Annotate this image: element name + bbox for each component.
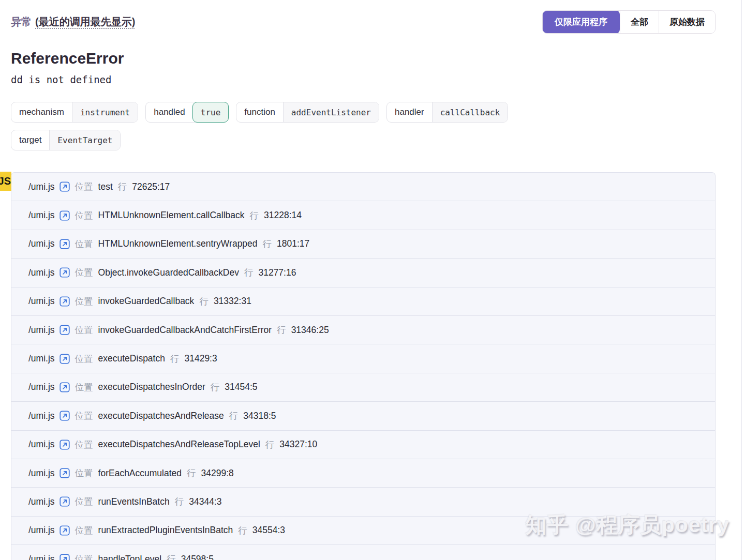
tag-key: function (236, 102, 283, 122)
tag-pill[interactable]: handled true (145, 102, 229, 123)
frame-function: HTMLUnknownElement.callCallback (98, 210, 245, 221)
frame-function: executeDispatchesAndRelease (98, 411, 224, 421)
tag-list: mechanism instrument handled true functi… (11, 102, 606, 150)
stack-frame-row[interactable]: /umi.js 位置 executeDispatchesAndRelease 行… (11, 402, 715, 430)
external-link-icon[interactable] (59, 411, 70, 421)
external-link-icon[interactable] (59, 239, 70, 249)
stack-frame-row[interactable]: /umi.js 位置 executeDispatchesInOrder 行 31… (11, 373, 715, 402)
stack-trace-section: JS /umi.js 位置 test 行 72625:17 (11, 172, 716, 560)
stack-frame-row[interactable]: /umi.js 位置 invokeGuardedCallback 行 31332… (11, 287, 715, 316)
frame-line-label: 行 (170, 353, 180, 365)
frame-function: runEventsInBatch (98, 496, 170, 507)
external-link-icon[interactable] (59, 382, 70, 392)
tag-pill[interactable]: target EventTarget (11, 130, 121, 150)
section-title-text: 异常 (11, 15, 32, 29)
frame-line-number: 31346:25 (291, 325, 329, 336)
frame-line-label: 行 (277, 324, 286, 336)
frame-location-label: 位置 (75, 353, 93, 365)
platform-js-badge: JS (0, 172, 11, 191)
frame-line-number: 34327:10 (279, 439, 317, 450)
tag-key: handler (387, 102, 432, 122)
view-toggle-button[interactable]: 全部 (620, 11, 659, 33)
frame-module: /umi.js (28, 496, 55, 507)
frame-module: /umi.js (28, 296, 55, 307)
frame-function: forEachAccumulated (98, 468, 182, 479)
stack-frame-row[interactable]: /umi.js 位置 invokeGuardedCallbackAndCatch… (11, 316, 715, 344)
error-type-title: ReferenceError (11, 50, 716, 67)
external-link-icon[interactable] (59, 496, 70, 507)
frame-location-label: 位置 (75, 438, 93, 451)
frame-line-label: 行 (250, 209, 259, 222)
frame-line-number: 31454:5 (225, 382, 257, 392)
tag-key: mechanism (11, 102, 72, 122)
frame-line-label: 行 (118, 180, 127, 193)
frame-function: invokeGuardedCallbackAndCatchFirstError (98, 325, 272, 336)
frame-location-label: 位置 (75, 410, 93, 422)
tag-pill[interactable]: handler callCallback (386, 102, 508, 123)
tag-value: true (192, 102, 229, 123)
frame-line-number: 72625:17 (132, 181, 170, 192)
stack-frame-row[interactable]: /umi.js 位置 HTMLUnknownElement.callCallba… (11, 201, 715, 230)
tag-value: addEventListener (283, 102, 379, 122)
frame-line-number: 34318:5 (243, 411, 276, 421)
external-link-icon[interactable] (59, 468, 70, 478)
stack-frame-row[interactable]: /umi.js 位置 test 行 72625:17 (11, 173, 715, 201)
view-toggle-group: 仅限应用程序 全部 原始数据 (542, 10, 716, 34)
stack-frame-row[interactable]: /umi.js 位置 executeDispatch 行 31429:3 (11, 344, 715, 373)
frame-location-label: 位置 (75, 381, 93, 393)
frame-line-label: 行 (199, 295, 208, 308)
stack-trace-list: /umi.js 位置 test 行 72625:17 /umi.js (11, 172, 716, 560)
external-link-icon[interactable] (59, 525, 70, 536)
tag-value: callCallback (432, 102, 508, 122)
frame-module: /umi.js (28, 554, 55, 560)
frame-line-label: 行 (229, 410, 239, 422)
view-toggle-button[interactable]: 仅限应用程序 (542, 10, 620, 34)
frame-line-label: 行 (244, 266, 254, 279)
frame-line-number: 31332:31 (214, 296, 251, 307)
tag-value: instrument (72, 102, 138, 122)
frame-module: /umi.js (28, 439, 55, 450)
stack-frame-row[interactable]: /umi.js 位置 executeDispatchesAndReleaseTo… (11, 431, 715, 459)
frame-location-label: 位置 (75, 324, 93, 336)
frame-module: /umi.js (28, 267, 55, 278)
frame-module: /umi.js (28, 411, 55, 421)
stack-frame-row[interactable]: /umi.js 位置 Object.invokeGuardedCallbackD… (11, 259, 715, 287)
exception-panel: 异常 (最近的调用最先显示) 仅限应用程序 全部 原始数据 ReferenceE… (11, 0, 716, 560)
frame-function: handleTopLevel (98, 554, 162, 560)
frame-line-label: 行 (265, 438, 275, 451)
frame-function: invokeGuardedCallback (98, 296, 195, 307)
frame-location-label: 位置 (75, 266, 93, 279)
frame-function: executeDispatchesAndReleaseTopLevel (98, 439, 260, 450)
external-link-icon[interactable] (59, 296, 70, 307)
frame-location-label: 位置 (75, 238, 93, 250)
tag-pill[interactable]: function addEventListener (236, 102, 379, 123)
tag-pill[interactable]: mechanism instrument (11, 102, 138, 123)
view-toggle-button[interactable]: 原始数据 (659, 11, 715, 33)
frame-module: /umi.js (28, 382, 55, 392)
section-title-subtext[interactable]: (最近的调用最先显示) (35, 15, 135, 29)
frame-module: /umi.js (28, 210, 55, 221)
frame-location-label: 位置 (75, 209, 93, 222)
external-link-icon[interactable] (59, 354, 70, 364)
frame-line-number: 34598:5 (181, 554, 214, 560)
frame-module: /umi.js (28, 525, 55, 536)
external-link-icon[interactable] (59, 210, 70, 221)
exception-header: 异常 (最近的调用最先显示) 仅限应用程序 全部 原始数据 (11, 10, 716, 34)
frame-function: Object.invokeGuardedCallbackDev (98, 267, 239, 278)
stack-frame-row[interactable]: /umi.js 位置 forEachAccumulated 行 34299:8 (11, 459, 715, 488)
watermark: 知乎 @程序员poetry (525, 511, 729, 539)
external-link-icon[interactable] (59, 325, 70, 335)
frame-function: executeDispatch (98, 353, 165, 364)
external-link-icon[interactable] (59, 554, 70, 560)
external-link-icon[interactable] (59, 440, 70, 450)
external-link-icon[interactable] (59, 181, 70, 192)
frame-line-number: 34554:3 (252, 525, 285, 536)
frame-line-label: 行 (238, 524, 247, 537)
frame-location-label: 位置 (75, 495, 93, 508)
frame-line-number: 31277:16 (258, 267, 296, 278)
external-link-icon[interactable] (59, 267, 70, 278)
frame-line-number: 31228:14 (264, 210, 302, 221)
stack-frame-row[interactable]: /umi.js 位置 handleTopLevel 行 34598:5 (11, 545, 715, 560)
stack-frame-row[interactable]: /umi.js 位置 HTMLUnknownElement.sentryWrap… (11, 230, 715, 259)
frame-line-number: 34344:3 (189, 496, 221, 507)
